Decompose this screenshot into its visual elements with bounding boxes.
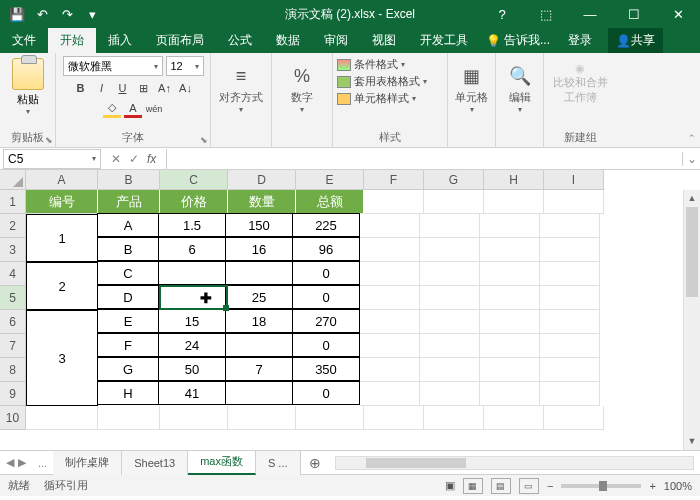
zoom-out-button[interactable]: − — [547, 480, 553, 492]
cell[interactable] — [480, 334, 540, 358]
cell[interactable] — [420, 334, 480, 358]
cell[interactable] — [360, 238, 420, 262]
row-header-2[interactable]: 2 — [0, 214, 26, 238]
cell[interactable] — [158, 261, 226, 285]
row-header-9[interactable]: 9 — [0, 382, 26, 406]
cell[interactable] — [228, 406, 296, 430]
cell[interactable]: A — [97, 213, 159, 237]
cell[interactable] — [360, 214, 420, 238]
cell[interactable] — [26, 406, 98, 430]
worksheet-grid[interactable]: ABCDEFGHI 12345678910 编号产品价格数量总额1A1.5150… — [0, 170, 700, 450]
font-launcher-icon[interactable]: ⬊ — [200, 135, 208, 145]
cell[interactable] — [364, 406, 424, 430]
font-name-combo[interactable]: 微软雅黑▾ — [63, 56, 163, 76]
cell[interactable]: 2 — [26, 262, 98, 310]
cell[interactable] — [424, 406, 484, 430]
cell[interactable] — [360, 358, 420, 382]
decrease-font-icon[interactable]: A↓ — [177, 79, 195, 97]
cell[interactable]: G — [97, 357, 159, 381]
col-header-A[interactable]: A — [26, 170, 98, 190]
col-header-B[interactable]: B — [98, 170, 160, 190]
cell[interactable] — [540, 358, 600, 382]
zoom-in-button[interactable]: + — [649, 480, 655, 492]
cell[interactable] — [540, 382, 600, 406]
cell[interactable] — [158, 285, 226, 309]
sheets-more-left[interactable]: ... — [32, 457, 53, 469]
cell[interactable] — [420, 382, 480, 406]
cell[interactable] — [540, 262, 600, 286]
cell[interactable] — [544, 190, 604, 214]
normal-view-icon[interactable]: ▦ — [463, 478, 483, 494]
sheet-tab-3[interactable]: max函数 — [188, 451, 256, 475]
cell[interactable] — [484, 406, 544, 430]
cell[interactable] — [360, 286, 420, 310]
row-headers[interactable]: 12345678910 — [0, 190, 26, 430]
cell[interactable]: F — [97, 333, 159, 357]
cell[interactable] — [225, 381, 293, 405]
cell[interactable] — [540, 334, 600, 358]
redo-icon[interactable]: ↷ — [56, 3, 78, 25]
row-header-7[interactable]: 7 — [0, 334, 26, 358]
italic-button[interactable]: I — [93, 79, 111, 97]
sheet-tab-2[interactable]: Sheet13 — [122, 451, 188, 475]
editing-button[interactable]: 🔍 编辑 ▾ — [496, 56, 544, 114]
cell[interactable] — [480, 238, 540, 262]
tab-home[interactable]: 开始 — [48, 28, 96, 53]
col-header-G[interactable]: G — [424, 170, 484, 190]
col-header-H[interactable]: H — [484, 170, 544, 190]
number-button[interactable]: % 数字 ▾ — [278, 56, 326, 114]
cell[interactable]: 25 — [225, 285, 293, 309]
cells-button[interactable]: ▦ 单元格 ▾ — [448, 56, 496, 114]
cell[interactable] — [480, 262, 540, 286]
select-all-button[interactable] — [0, 170, 26, 190]
cell[interactable]: 1.5 — [158, 213, 226, 237]
collapse-ribbon-icon[interactable]: ⌃ — [688, 133, 696, 143]
cell[interactable] — [98, 406, 160, 430]
cell[interactable]: 15 — [158, 309, 226, 333]
row-header-10[interactable]: 10 — [0, 406, 26, 430]
cell[interactable]: D — [97, 285, 159, 309]
close-icon[interactable]: ✕ — [656, 0, 700, 28]
cell[interactable] — [480, 286, 540, 310]
cell[interactable] — [420, 358, 480, 382]
font-size-combo[interactable]: 12▾ — [166, 56, 204, 76]
row-header-1[interactable]: 1 — [0, 190, 26, 214]
cell[interactable] — [480, 382, 540, 406]
cell[interactable]: 编号 — [26, 190, 98, 214]
underline-button[interactable]: U — [114, 79, 132, 97]
clipboard-launcher-icon[interactable]: ⬊ — [45, 135, 53, 145]
add-sheet-button[interactable]: ⊕ — [301, 455, 329, 471]
save-icon[interactable]: 💾 — [6, 3, 28, 25]
share-button[interactable]: 👤 共享 — [608, 28, 663, 53]
tab-file[interactable]: 文件 — [0, 28, 48, 53]
cell[interactable] — [360, 382, 420, 406]
conditional-format-button[interactable]: 条件格式▾ — [337, 57, 405, 72]
cell[interactable] — [225, 261, 293, 285]
fill-color-button[interactable]: ◇ — [103, 100, 121, 118]
page-break-view-icon[interactable]: ▭ — [519, 478, 539, 494]
cancel-formula-icon[interactable]: ✕ — [111, 152, 121, 166]
cell[interactable]: 0 — [292, 285, 360, 309]
table-format-button[interactable]: 套用表格格式▾ — [337, 74, 427, 89]
cell[interactable]: C — [97, 261, 159, 285]
cell[interactable] — [420, 286, 480, 310]
tab-dev[interactable]: 开发工具 — [408, 28, 480, 53]
row-header-4[interactable]: 4 — [0, 262, 26, 286]
cell[interactable]: 6 — [158, 237, 226, 261]
col-header-E[interactable]: E — [296, 170, 364, 190]
cell[interactable] — [420, 310, 480, 334]
horizontal-scrollbar[interactable] — [335, 456, 695, 470]
increase-font-icon[interactable]: A↑ — [156, 79, 174, 97]
cell[interactable] — [364, 190, 424, 214]
cell[interactable] — [484, 190, 544, 214]
cell[interactable]: 数量 — [228, 190, 296, 214]
cells-area[interactable]: 编号产品价格数量总额1A1.5150225B616962C0D2503E1518… — [26, 190, 604, 430]
page-layout-view-icon[interactable]: ▤ — [491, 478, 511, 494]
cell[interactable] — [480, 310, 540, 334]
hscroll-thumb[interactable] — [366, 458, 466, 468]
tab-formula[interactable]: 公式 — [216, 28, 264, 53]
vertical-scrollbar[interactable]: ▲ ▼ — [683, 190, 700, 450]
scroll-up-icon[interactable]: ▲ — [684, 190, 700, 207]
row-header-5[interactable]: 5 — [0, 286, 26, 310]
column-headers[interactable]: ABCDEFGHI — [26, 170, 604, 190]
